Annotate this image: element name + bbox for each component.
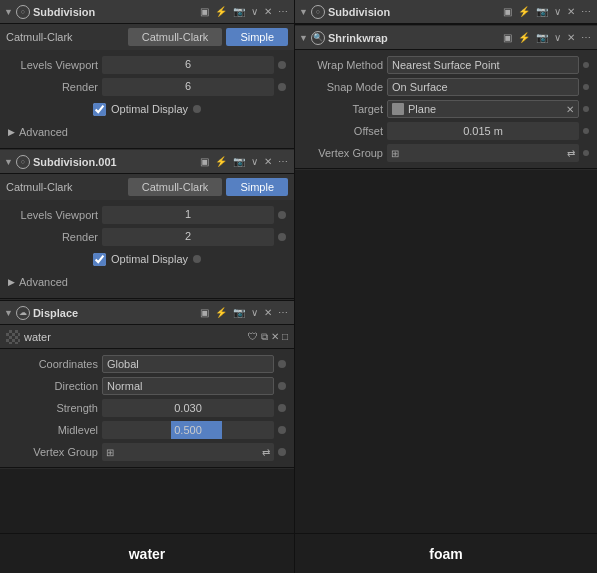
right-mod1-collapse-arrow[interactable]: ▼ <box>299 7 308 17</box>
mod1-catmull-clark-btn[interactable]: Catmull-Clark <box>128 28 223 46</box>
mod3-strength-label: Strength <box>8 402 98 414</box>
mod2-render-icon[interactable]: 📷 <box>231 155 247 168</box>
mod1-render-icon[interactable]: 📷 <box>231 5 247 18</box>
mod2-levels-viewport-field[interactable]: 1 <box>102 206 274 224</box>
mod3-body: Coordinates Global Direction Normal <box>0 349 294 467</box>
mod1-simple-btn[interactable]: Simple <box>226 28 288 46</box>
mod1-more-icon[interactable]: ⋯ <box>276 5 290 18</box>
right-target-clear-icon[interactable]: ✕ <box>566 104 574 115</box>
mod1-advanced-arrow: ▶ <box>8 127 15 137</box>
mod3-close-icon[interactable]: ✕ <box>262 306 274 319</box>
right-mod2-close-icon[interactable]: ✕ <box>565 31 577 44</box>
mod1-close-icon[interactable]: ✕ <box>262 5 274 18</box>
right-mod1-realtime-icon[interactable]: ⚡ <box>516 5 532 18</box>
mod1-optimal-display-dot <box>193 105 201 113</box>
mod3-type-icon[interactable]: ☁ <box>16 306 30 320</box>
right-mod2-realtime-icon[interactable]: ⚡ <box>516 31 532 44</box>
right-mod1-filter-icon[interactable]: ▣ <box>501 5 514 18</box>
mod3-midlevel-field[interactable]: 0.500 <box>102 421 274 439</box>
mod3-expand-icon[interactable]: ∨ <box>249 306 260 319</box>
mod2-header: ▼ ○ Subdivision.001 ▣ ⚡ 📷 ∨ ✕ ⋯ <box>0 150 294 174</box>
mod2-advanced-label: Advanced <box>19 276 68 288</box>
right-mod2-render-icon[interactable]: 📷 <box>534 31 550 44</box>
mod1-levels-viewport-field[interactable]: 6 <box>102 56 274 74</box>
right-wrap-method-select[interactable]: Nearest Surface Point <box>387 56 579 74</box>
right-vertex-group-dot <box>583 150 589 156</box>
texture-shield-icon[interactable]: 🛡 <box>248 331 258 342</box>
right-mod2-more-icon[interactable]: ⋯ <box>579 31 593 44</box>
mod2-filter-icon[interactable]: ▣ <box>198 155 211 168</box>
mod3-collapse-arrow[interactable]: ▼ <box>4 308 13 318</box>
mod2-collapse-arrow[interactable]: ▼ <box>4 157 13 167</box>
right-mod1-render-icon[interactable]: 📷 <box>534 5 550 18</box>
mod3-realtime-icon[interactable]: ⚡ <box>213 306 229 319</box>
mod3-more-icon[interactable]: ⋯ <box>276 306 290 319</box>
right-mod2-header-icons: ▣ ⚡ 📷 ∨ ✕ ⋯ <box>501 31 593 44</box>
right-vertex-group-arrows[interactable]: ⇄ <box>567 148 575 159</box>
modifier-displace: ▼ ☁ Displace ▣ ⚡ 📷 ∨ ✕ ⋯ water 🛡 <box>0 300 294 468</box>
right-mod1-header: ▼ ○ Subdivision ▣ ⚡ 📷 ∨ ✕ ⋯ <box>295 0 597 24</box>
mod3-vertex-group-arrows[interactable]: ⇄ <box>262 447 270 458</box>
right-wrap-method-select-wrap: Nearest Surface Point <box>387 56 579 74</box>
mod2-render-dot <box>278 233 286 241</box>
right-mod1-expand-icon[interactable]: ∨ <box>552 5 563 18</box>
mod1-advanced-row[interactable]: ▶ Advanced <box>0 120 294 144</box>
mod2-realtime-icon[interactable]: ⚡ <box>213 155 229 168</box>
mod2-visibility-icon[interactable]: ○ <box>16 155 30 169</box>
texture-icons: 🛡 ⧉ ✕ □ <box>248 331 288 343</box>
mod3-direction-select[interactable]: Normal <box>102 377 274 395</box>
right-mod1-visibility-icon[interactable]: ○ <box>311 5 325 19</box>
mod1-type-header: Catmull-Clark Catmull-Clark Simple <box>0 24 294 50</box>
right-target-row: Target Plane ✕ <box>295 98 597 120</box>
right-vertex-group-field: ⊞ ⇄ <box>387 144 579 162</box>
mod3-strength-row: Strength 0.030 <box>0 397 294 419</box>
right-mod1-close-icon[interactable]: ✕ <box>565 5 577 18</box>
mod1-realtime-icon[interactable]: ⚡ <box>213 5 229 18</box>
mod1-render-field[interactable]: 6 <box>102 78 274 96</box>
mod2-more-icon[interactable]: ⋯ <box>276 155 290 168</box>
right-offset-field[interactable]: 0.015 m <box>387 122 579 140</box>
texture-grid-icon[interactable]: □ <box>282 331 288 342</box>
mod1-collapse-arrow[interactable]: ▼ <box>4 7 13 17</box>
mod3-strength-field[interactable]: 0.030 <box>102 399 274 417</box>
mod3-coordinates-select[interactable]: Global <box>102 355 274 373</box>
right-vertex-group-row: Vertex Group ⊞ ⇄ <box>295 142 597 164</box>
mod2-render-field[interactable]: 2 <box>102 228 274 246</box>
mod1-expand-icon[interactable]: ∨ <box>249 5 260 18</box>
right-mod2-type-icon[interactable]: 🔍 <box>311 31 325 45</box>
mod1-levels-viewport-row: Levels Viewport 6 <box>0 54 294 76</box>
footer-right: foam <box>295 534 597 573</box>
mod3-filter-icon[interactable]: ▣ <box>198 306 211 319</box>
mod2-type-label: Catmull-Clark <box>6 181 124 193</box>
mod3-render-icon[interactable]: 📷 <box>231 306 247 319</box>
right-mod1-more-icon[interactable]: ⋯ <box>579 5 593 18</box>
left-empty-region <box>0 469 294 533</box>
mod3-direction-label: Direction <box>8 380 98 392</box>
right-wrap-method-dot <box>583 62 589 68</box>
modifier-subdivision-1: ▼ ○ Subdivision ▣ ⚡ 📷 ∨ ✕ ⋯ Catmull-Clar… <box>0 0 294 149</box>
texture-close-icon[interactable]: ✕ <box>271 331 279 342</box>
mod1-visibility-icon[interactable]: ○ <box>16 5 30 19</box>
right-mod2-expand-icon[interactable]: ∨ <box>552 31 563 44</box>
mod1-render-dot <box>278 83 286 91</box>
mod2-expand-icon[interactable]: ∨ <box>249 155 260 168</box>
right-snap-mode-select[interactable]: On Surface <box>387 78 579 96</box>
right-mod2-filter-icon[interactable]: ▣ <box>501 31 514 44</box>
mod2-advanced-row[interactable]: ▶ Advanced <box>0 270 294 294</box>
mod2-simple-btn[interactable]: Simple <box>226 178 288 196</box>
right-target-field: Plane ✕ <box>387 100 579 118</box>
right-target-icon <box>392 103 404 115</box>
footer-left: water <box>0 534 295 573</box>
modifier-subdivision-2: ▼ ○ Subdivision.001 ▣ ⚡ 📷 ∨ ✕ ⋯ Catmull-… <box>0 150 294 299</box>
right-mod2-collapse-arrow[interactable]: ▼ <box>299 33 308 43</box>
mod1-optimal-display-checkbox[interactable] <box>93 103 106 116</box>
mod1-filter-icon[interactable]: ▣ <box>198 5 211 18</box>
right-snap-mode-select-wrap: On Surface <box>387 78 579 96</box>
mod2-optimal-display-checkbox[interactable] <box>93 253 106 266</box>
mod2-catmull-clark-btn[interactable]: Catmull-Clark <box>128 178 223 196</box>
mod3-direction-select-wrap: Normal <box>102 377 274 395</box>
mod1-header-left: ▼ ○ Subdivision <box>4 5 195 19</box>
texture-icon <box>6 330 20 344</box>
texture-copy-icon[interactable]: ⧉ <box>261 331 268 343</box>
mod2-close-icon[interactable]: ✕ <box>262 155 274 168</box>
